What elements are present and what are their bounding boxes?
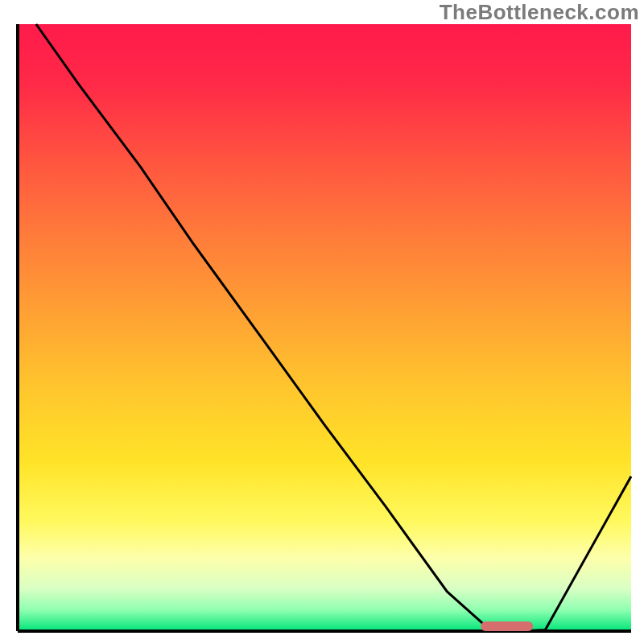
plot-background <box>18 24 631 631</box>
optimal-range-marker <box>481 621 533 631</box>
bottleneck-chart: TheBottleneck.com <box>0 0 644 644</box>
watermark-text: TheBottleneck.com <box>440 0 639 25</box>
chart-svg <box>0 0 644 644</box>
